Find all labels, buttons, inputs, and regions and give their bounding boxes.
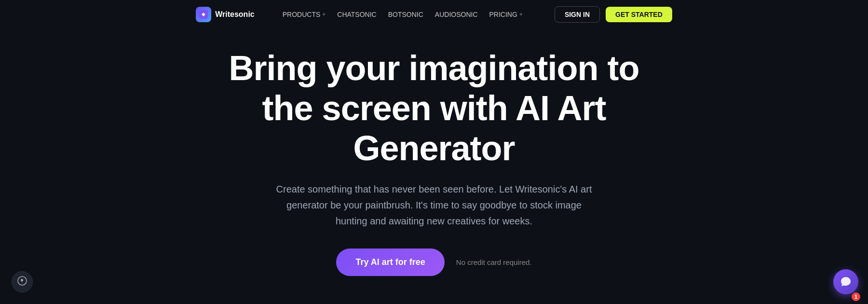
hero-section: Bring your imagination to the screen wit… xyxy=(0,29,868,286)
get-started-button[interactable]: GET STARTED xyxy=(606,7,672,22)
nav-item-products[interactable]: PRODUCTS + xyxy=(278,8,331,21)
logo[interactable]: Writesonic xyxy=(196,7,255,22)
hero-title: Bring your imagination to the screen wit… xyxy=(217,48,651,168)
logo-icon xyxy=(196,7,211,22)
navbar: Writesonic PRODUCTS + CHATSONIC BOTSONIC… xyxy=(0,0,868,29)
chat-widget-left[interactable] xyxy=(12,271,33,292)
nav-item-audiosonic[interactable]: AUDIOSONIC xyxy=(430,8,483,21)
chat-badge: 1 xyxy=(852,292,860,301)
svg-rect-2 xyxy=(22,282,22,283)
try-ai-art-button[interactable]: Try AI art for free xyxy=(336,249,444,276)
hero-subtitle: Create something that has never been see… xyxy=(270,181,598,229)
chat-left-icon xyxy=(17,276,27,288)
nav-item-pricing[interactable]: PRICING + xyxy=(485,8,528,21)
hero-cta: Try AI art for free No credit card requi… xyxy=(336,249,531,276)
nav-item-botsonic[interactable]: BOTSONIC xyxy=(383,8,428,21)
nav-buttons: SIGN IN GET STARTED xyxy=(555,6,672,23)
signin-button[interactable]: SIGN IN xyxy=(555,6,600,23)
pricing-plus-icon: + xyxy=(519,11,523,18)
logo-text: Writesonic xyxy=(215,10,255,19)
nav-links: PRODUCTS + CHATSONIC BOTSONIC AUDIOSONIC… xyxy=(278,8,528,21)
no-credit-text: No credit card required. xyxy=(456,258,532,266)
chat-widget-right[interactable] xyxy=(833,269,858,294)
products-plus-icon: + xyxy=(322,11,326,18)
nav-item-chatsonic[interactable]: CHATSONIC xyxy=(332,8,381,21)
